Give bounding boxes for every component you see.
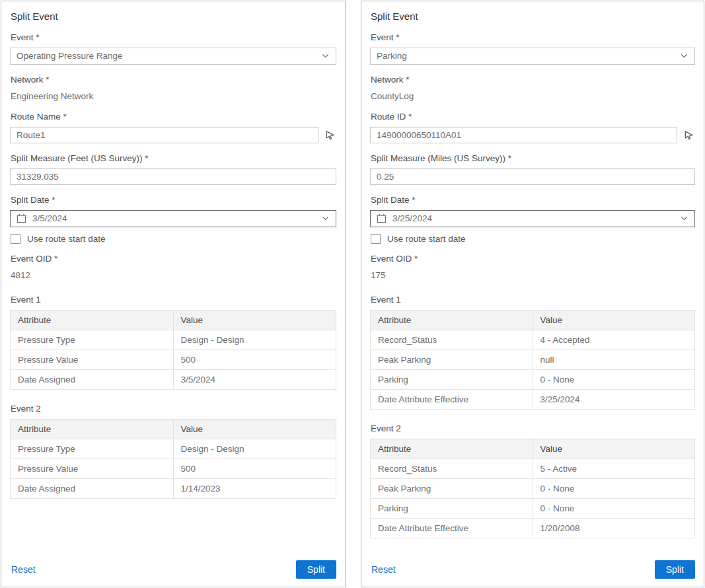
reset-button[interactable]: Reset	[11, 564, 36, 575]
map-select-icon[interactable]	[682, 129, 695, 142]
split-event-widgets: Split Event Event * Operating Pressure R…	[0, 0, 705, 588]
date-label: Split Date *	[371, 195, 695, 206]
route-input[interactable]	[370, 127, 677, 143]
column-header-value: Value	[173, 420, 336, 439]
column-header-attribute: Attribute	[371, 311, 533, 330]
event-oid-value: 4812	[11, 270, 336, 281]
value-cell: 3/25/2024	[533, 390, 695, 410]
value-cell: 3/5/2024	[173, 370, 336, 390]
table-row: Record_Status 5 - Active	[371, 459, 695, 479]
network-value: CountyLog	[371, 91, 695, 102]
attribute-cell: Record_Status	[371, 459, 533, 479]
calendar-icon	[17, 213, 26, 223]
chevron-down-icon	[680, 214, 688, 223]
value-cell: 0 - None	[533, 370, 695, 390]
event-select-value: Parking	[377, 51, 680, 61]
date-value: 3/25/2024	[392, 213, 674, 223]
table-row: Peak Parking 0 - None	[371, 479, 695, 499]
table-row: Date Assigned 3/5/2024	[11, 370, 336, 390]
event-select[interactable]: Parking	[370, 48, 695, 65]
split-button[interactable]: Split	[296, 560, 336, 579]
value-cell: 4 - Accepted	[533, 330, 695, 350]
split-event-panel-left: Split Event Event * Operating Pressure R…	[1, 1, 346, 587]
network-label: Network *	[11, 75, 336, 86]
event2-heading: Event 2	[11, 404, 336, 414]
attribute-cell: Pressure Type	[11, 439, 174, 459]
value-cell: 0 - None	[533, 499, 695, 519]
table-row: Record_Status 4 - Accepted	[371, 330, 695, 350]
table-row: Peak Parking null	[371, 350, 695, 370]
event-label: Event *	[11, 32, 336, 44]
table-row: Date Attribute Effective 1/20/2008	[371, 519, 695, 538]
attribute-cell: Parking	[371, 370, 533, 390]
attribute-cell: Parking	[371, 499, 533, 519]
value-cell: Design - Design	[173, 439, 336, 459]
date-picker[interactable]: 3/5/2024	[10, 210, 336, 227]
event1-table: Attribute Value Record_Status 4 - Accept…	[370, 310, 695, 410]
column-header-attribute: Attribute	[11, 420, 174, 439]
route-input[interactable]	[10, 127, 318, 143]
route-label: Route ID *	[371, 112, 695, 123]
event-oid-label: Event OID *	[11, 254, 336, 265]
table-row: Pressure Type Design - Design	[11, 330, 336, 350]
attribute-cell: Date Attribute Effective	[371, 390, 533, 410]
attribute-cell: Date Attribute Effective	[371, 519, 533, 538]
reset-button[interactable]: Reset	[371, 564, 396, 575]
event-select-value: Operating Pressure Range	[17, 51, 321, 61]
event-label: Event *	[371, 32, 695, 44]
column-header-value: Value	[533, 311, 695, 330]
table-row: Date Assigned 1/14/2023	[11, 479, 336, 499]
event2-table: Attribute Value Pressure Type Design - D…	[10, 419, 336, 499]
attribute-cell: Pressure Value	[11, 459, 174, 479]
value-cell: 5 - Active	[533, 459, 695, 479]
column-header-attribute: Attribute	[11, 311, 174, 330]
chevron-down-icon	[321, 214, 330, 223]
measure-label: Split Measure (Miles (US Survey)) *	[371, 153, 695, 165]
measure-input[interactable]	[10, 168, 336, 185]
calendar-icon	[377, 213, 387, 223]
event2-heading: Event 2	[371, 423, 695, 433]
date-label: Split Date *	[11, 195, 336, 206]
checkbox-label: Use route start date	[387, 234, 466, 244]
map-select-icon[interactable]	[323, 129, 336, 142]
value-cell: 500	[173, 459, 336, 479]
use-route-start-date-checkbox[interactable]	[371, 234, 381, 244]
page-title: Split Event	[11, 11, 336, 22]
column-header-value: Value	[533, 439, 695, 459]
network-label: Network *	[371, 75, 695, 86]
chevron-down-icon	[321, 52, 330, 60]
event-oid-label: Event OID *	[371, 254, 695, 265]
value-cell: 0 - None	[533, 479, 695, 499]
table-row: Date Attribute Effective 3/25/2024	[371, 390, 695, 410]
attribute-cell: Peak Parking	[371, 350, 533, 370]
value-cell: 1/14/2023	[173, 479, 336, 499]
measure-label: Split Measure (Feet (US Survey)) *	[11, 153, 336, 165]
table-row: Pressure Value 500	[11, 459, 336, 479]
event1-heading: Event 1	[11, 295, 336, 305]
event2-table: Attribute Value Record_Status 5 - Active…	[370, 439, 695, 538]
attribute-cell: Date Assigned	[11, 479, 174, 499]
value-cell: 1/20/2008	[533, 519, 695, 538]
date-picker[interactable]: 3/25/2024	[370, 210, 695, 227]
value-cell: null	[533, 350, 695, 370]
value-cell: Design - Design	[173, 330, 336, 350]
column-header-attribute: Attribute	[371, 439, 533, 459]
measure-input[interactable]	[370, 168, 695, 185]
checkbox-label: Use route start date	[27, 234, 106, 244]
table-row: Pressure Value 500	[11, 350, 336, 370]
table-row: Parking 0 - None	[371, 370, 695, 390]
use-route-start-date-checkbox[interactable]	[11, 234, 20, 244]
event-oid-value: 175	[371, 270, 695, 281]
attribute-cell: Pressure Value	[11, 350, 174, 370]
split-button[interactable]: Split	[655, 560, 695, 579]
attribute-cell: Record_Status	[371, 330, 533, 350]
event1-heading: Event 1	[371, 295, 695, 305]
event-select[interactable]: Operating Pressure Range	[10, 48, 336, 65]
event1-table: Attribute Value Pressure Type Design - D…	[10, 310, 336, 390]
attribute-cell: Date Assigned	[11, 370, 174, 390]
attribute-cell: Pressure Type	[11, 330, 174, 350]
attribute-cell: Peak Parking	[371, 479, 533, 499]
route-label: Route Name *	[11, 112, 336, 123]
page-title: Split Event	[371, 11, 695, 22]
date-value: 3/5/2024	[32, 213, 315, 223]
